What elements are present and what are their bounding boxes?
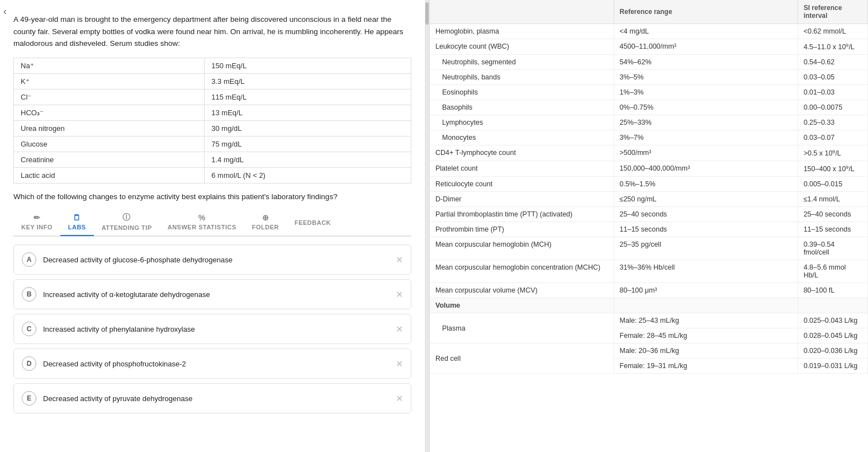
si-value: 0.020–0.036 L/kg	[798, 343, 867, 359]
col-name	[430, 0, 614, 24]
choice-letter: C	[22, 322, 36, 336]
tab-label: ANSWER STATISTICS	[168, 224, 236, 230]
question-text: A 49-year-old man is brought to the emer…	[13, 13, 411, 50]
reference-table: Reference range SI reference interval He…	[430, 0, 868, 374]
tab-label: KEY INFO	[21, 224, 53, 230]
tab-key-info[interactable]: ✏KEY INFO	[13, 210, 60, 236]
ref-value: 150,000–400,000/mm³	[614, 161, 798, 177]
lab-label: Urea nitrogen	[14, 120, 205, 136]
tab-labs[interactable]: 🗒LABS	[60, 210, 94, 236]
lab-value: 30 mg/dL	[205, 120, 411, 136]
ref-name: Platelet count	[430, 161, 614, 177]
ref-value: 80–100 μm³	[614, 283, 798, 298]
choice-text: Decreased activity of pyruvate dehydroge…	[43, 394, 390, 403]
si-value: >0.5 x 10⁹/L	[798, 145, 867, 161]
choice-text: Decreased activity of phosphofructokinas…	[43, 360, 390, 368]
dismiss-icon[interactable]: ✕	[396, 359, 403, 369]
ref-value: ≤250 ng/mL	[614, 192, 798, 207]
si-value: 0.25–0.33	[798, 115, 867, 130]
ref-name: Prothrombin time (PT)	[430, 222, 614, 237]
tab-icon: 🗒	[73, 213, 81, 222]
which-question-text: Which of the following changes to enzyme…	[13, 191, 411, 203]
ref-name: Monocytes	[430, 130, 614, 145]
tab-answer-statistics[interactable]: %ANSWER STATISTICS	[160, 210, 244, 236]
tab-label: LABS	[68, 224, 86, 230]
lab-label: Na⁺	[14, 58, 205, 73]
lab-row: HCO₃⁻13 mEq/L	[14, 105, 411, 120]
ref-value: Male: 20–36 mL/kg	[614, 343, 798, 359]
lab-value: 115 mEq/L	[205, 89, 411, 105]
tab-attending-tip[interactable]: ⓘATTENDING TIP	[94, 209, 160, 237]
tab-icon: ⓘ	[122, 213, 131, 223]
ref-name: Neutrophils, bands	[430, 70, 614, 85]
ref-value: 54%–62%	[614, 55, 798, 70]
ref-value: 0.5%–1.5%	[614, 177, 798, 192]
ref-value: 25–35 pg/cell	[614, 237, 798, 260]
dismiss-icon[interactable]: ✕	[396, 393, 403, 404]
answer-choice-d[interactable]: D Decreased activity of phosphofructokin…	[13, 349, 411, 379]
ref-value: 11–15 seconds	[614, 222, 798, 237]
tabs-bar: ✏KEY INFO🗒LABSⓘATTENDING TIP%ANSWER STAT…	[13, 209, 411, 237]
choice-letter: B	[22, 287, 36, 302]
left-panel: ‹ A 49-year-old man is brought to the em…	[0, 0, 425, 452]
si-value: 150–400 x 10⁹/L	[798, 161, 867, 177]
ref-value: >500/mm³	[614, 145, 798, 161]
dismiss-icon[interactable]: ✕	[396, 255, 403, 265]
lab-label: Cl⁻	[14, 89, 205, 105]
ref-value: 25%–33%	[614, 115, 798, 130]
dismiss-icon[interactable]: ✕	[396, 324, 403, 335]
ref-row: Eosinophils1%–3%0.01–0.03	[430, 85, 868, 100]
ref-row: Neutrophils, bands3%–5%0.03–0.05	[430, 70, 868, 85]
ref-value: Female: 19–31 mL/kg	[614, 359, 798, 374]
ref-row: Volume	[430, 298, 868, 313]
ref-row: Leukocyte count (WBC)4500–11,000/mm³4.5–…	[430, 39, 868, 55]
ref-row: Partial thromboplastin time (PTT) (activ…	[430, 207, 868, 222]
ref-row: Platelet count150,000–400,000/mm³150–400…	[430, 161, 868, 177]
ref-value: <4 mg/dL	[614, 24, 798, 39]
lab-label: Creatinine	[14, 152, 205, 167]
ref-row: Mean corpuscular hemoglobin concentratio…	[430, 260, 868, 283]
ref-value: Female: 28–45 mL/kg	[614, 328, 798, 343]
choice-text: Decreased activity of glucose-6-phosphat…	[43, 256, 390, 264]
answer-choice-b[interactable]: B Increased activity of α-ketoglutarate …	[13, 279, 411, 309]
si-value: 0.03–0.07	[798, 130, 867, 145]
si-value: 11–15 seconds	[798, 222, 867, 237]
ref-name: Lymphocytes	[430, 115, 614, 130]
lab-value: 75 mg/dL	[205, 136, 411, 152]
lab-value: 3.3 mEq/L	[205, 73, 411, 89]
tab-icon: ✏	[34, 213, 41, 222]
tab-icon: %	[198, 213, 206, 222]
ref-name: Mean corpuscular volume (MCV)	[430, 283, 614, 298]
ref-value: 31%–36% Hb/cell	[614, 260, 798, 283]
ref-name: Mean corpuscular hemoglobin (MCH)	[430, 237, 614, 260]
lab-label: Lactic acid	[14, 167, 205, 183]
ref-name: Hemoglobin, plasma	[430, 24, 614, 39]
ref-name: Partial thromboplastin time (PTT) (activ…	[430, 207, 614, 222]
si-value: 0.019–0.031 L/kg	[798, 359, 867, 374]
dismiss-icon[interactable]: ✕	[396, 289, 403, 300]
ref-value: 3%–5%	[614, 70, 798, 85]
si-value: <0.62 mmol/L	[798, 24, 867, 39]
answer-choice-c[interactable]: C Increased activity of phenylalanine hy…	[13, 314, 411, 344]
tab-feedback[interactable]: FEEDBACK	[287, 214, 339, 232]
ref-row: Reticulocyte count0.5%–1.5%0.005–0.015	[430, 177, 868, 192]
si-value: 0.00–0.0075	[798, 100, 867, 115]
si-value: 0.028–0.045 L/kg	[798, 328, 867, 343]
ref-value: Male: 25–43 mL/kg	[614, 313, 798, 328]
right-panel[interactable]: Reference range SI reference interval He…	[429, 0, 868, 452]
ref-name: Leukocyte count (WBC)	[430, 39, 614, 55]
ref-name: Mean corpuscular hemoglobin concentratio…	[430, 260, 614, 283]
si-value: 4.5–11.0 x 10⁹/L	[798, 39, 867, 55]
answer-choice-e[interactable]: E Decreased activity of pyruvate dehydro…	[13, 383, 411, 413]
ref-row: CD4+ T-lymphocyte count>500/mm³>0.5 x 10…	[430, 145, 868, 161]
back-button[interactable]: ‹	[3, 6, 7, 17]
ref-row: Neutrophils, segmented54%–62%0.54–0.62	[430, 55, 868, 70]
col-si: SI reference interval	[798, 0, 867, 24]
ref-value	[614, 298, 798, 313]
tab-folder[interactable]: ⊕FOLDER	[244, 210, 287, 236]
lab-label: Glucose	[14, 136, 205, 152]
choice-text: Increased activity of α-ketoglutarate de…	[43, 290, 390, 299]
lab-table: Na⁺150 mEq/LK⁺3.3 mEq/LCl⁻115 mEq/LHCO₃⁻…	[13, 58, 411, 183]
answer-choice-a[interactable]: A Decreased activity of glucose-6-phosph…	[13, 244, 411, 275]
tab-label: FOLDER	[252, 224, 279, 230]
